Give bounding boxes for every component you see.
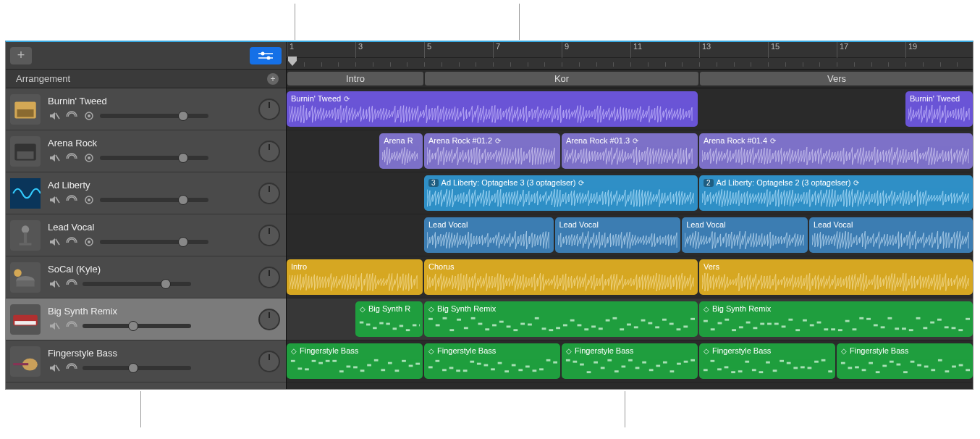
volume-slider[interactable] xyxy=(83,366,191,370)
region[interactable]: Lead Vocal xyxy=(682,217,808,253)
sliders-icon xyxy=(257,51,274,61)
solo-button[interactable] xyxy=(65,319,78,333)
track-controls xyxy=(48,361,258,375)
region-name: Fingerstyle Bass xyxy=(437,346,496,355)
mute-button[interactable] xyxy=(48,361,61,375)
svg-rect-159 xyxy=(566,359,570,361)
pan-knob[interactable] xyxy=(258,99,280,120)
track-header[interactable]: Ad Liberty xyxy=(6,172,286,214)
solo-button[interactable] xyxy=(65,151,78,164)
waveform xyxy=(290,104,695,124)
svg-rect-205 xyxy=(897,364,901,366)
input-monitor-button[interactable] xyxy=(83,193,96,206)
volume-slider[interactable] xyxy=(100,156,208,160)
region[interactable]: Intro xyxy=(287,259,423,295)
volume-slider[interactable] xyxy=(100,198,208,202)
region[interactable]: Arena Rock #01.2⟳ xyxy=(424,133,560,169)
region-name: Arena Rock #01.3 xyxy=(566,136,630,145)
region[interactable]: ◇Big Synth R xyxy=(355,301,423,337)
track-header[interactable]: Lead Vocal xyxy=(6,214,286,256)
region[interactable]: ◇Fingerstyle Bass xyxy=(699,343,835,379)
track-header[interactable]: SoCal (Kyle) xyxy=(6,256,286,298)
track-header[interactable]: Arena Rock xyxy=(6,130,286,172)
pan-knob[interactable] xyxy=(258,141,280,162)
region[interactable]: Burnin' Tweed⟳ xyxy=(287,91,698,127)
track-lane[interactable]: IntroChorusVers xyxy=(287,256,973,298)
arrangement-marker[interactable]: Kor xyxy=(425,72,698,85)
arrangement-marker[interactable]: Intro xyxy=(287,72,423,85)
region[interactable]: ◇Fingerstyle Bass xyxy=(287,343,423,379)
region[interactable]: Lead Vocal xyxy=(424,217,554,253)
solo-button[interactable] xyxy=(65,235,78,248)
arrangement-marker[interactable]: Vers xyxy=(700,72,973,85)
mute-button[interactable] xyxy=(48,151,61,164)
ruler-bar-number: 15 xyxy=(768,42,780,58)
playhead[interactable] xyxy=(287,55,298,67)
pan-knob[interactable] xyxy=(258,309,280,330)
solo-button[interactable] xyxy=(65,277,78,290)
region[interactable]: ◇Fingerstyle Bass xyxy=(424,343,560,379)
region[interactable]: Chorus xyxy=(424,259,698,295)
svg-rect-50 xyxy=(464,327,468,329)
ruler[interactable]: 135791113151719 xyxy=(287,42,973,70)
svg-rect-148 xyxy=(484,364,489,367)
mute-button[interactable] xyxy=(48,319,61,333)
volume-slider[interactable] xyxy=(100,114,208,118)
region[interactable]: Lead Vocal xyxy=(809,217,973,253)
track-header[interactable]: Burnin' Tweed xyxy=(6,88,286,130)
region[interactable]: Arena Rock #01.3⟳ xyxy=(562,133,698,169)
region[interactable]: 2Ad Liberty: Optagelse 2 (3 optagelser)⟳ xyxy=(699,175,973,211)
master-effects-button[interactable] xyxy=(250,47,282,64)
volume-slider[interactable] xyxy=(83,324,191,328)
track-lane[interactable]: Lead VocalLead VocalLead VocalLead Vocal xyxy=(287,214,973,256)
region[interactable]: Arena Rock #01.4⟳ xyxy=(699,133,973,169)
amp2-icon xyxy=(10,136,41,167)
region-label: Arena R xyxy=(384,135,418,146)
ruler-beat-tick xyxy=(544,62,545,67)
add-arrangement-marker-button[interactable]: + xyxy=(267,73,279,85)
input-monitor-button[interactable] xyxy=(83,109,96,122)
input-monitor-button[interactable] xyxy=(83,235,96,248)
mute-button[interactable] xyxy=(48,109,61,122)
svg-rect-191 xyxy=(793,367,798,369)
region[interactable]: Arena R xyxy=(379,133,423,169)
pan-knob[interactable] xyxy=(258,351,280,372)
region[interactable]: ◇Big Synth Remix xyxy=(424,301,698,337)
track-lane[interactable]: ◇Fingerstyle Bass◇Fingerstyle Bass◇Finge… xyxy=(287,340,973,382)
svg-rect-84 xyxy=(711,328,715,330)
track-lane[interactable]: 3Ad Liberty: Optagelse 3 (3 optagelser)⟳… xyxy=(287,172,973,214)
track-header[interactable]: Big Synth Remix xyxy=(6,298,286,340)
waveform xyxy=(565,146,695,166)
svg-rect-66 xyxy=(578,325,582,327)
pan-knob[interactable] xyxy=(258,225,280,246)
mute-button[interactable] xyxy=(48,235,61,248)
mute-button[interactable] xyxy=(48,193,61,206)
svg-rect-95 xyxy=(788,319,793,321)
pan-knob[interactable] xyxy=(258,183,280,204)
region[interactable]: 3Ad Liberty: Optagelse 3 (3 optagelser)⟳ xyxy=(424,175,698,211)
solo-button[interactable] xyxy=(65,361,78,375)
svg-line-12 xyxy=(56,155,59,161)
region[interactable]: Burnin' Tweed xyxy=(905,91,973,127)
add-track-button[interactable]: + xyxy=(10,47,32,64)
region[interactable]: Lead Vocal xyxy=(555,217,681,253)
region[interactable]: ◇Fingerstyle Bass xyxy=(837,343,973,379)
volume-slider[interactable] xyxy=(83,282,191,286)
input-monitor-button[interactable] xyxy=(83,151,96,164)
track-lane[interactable]: Arena RArena Rock #01.2⟳Arena Rock #01.3… xyxy=(287,130,973,172)
track-lane[interactable]: Burnin' Tweed⟳Burnin' Tweed xyxy=(287,88,973,130)
solo-button[interactable] xyxy=(65,109,78,122)
track-header[interactable]: Fingerstyle Bass xyxy=(6,340,286,382)
region[interactable]: ◇Big Synth Remix xyxy=(699,301,973,337)
mute-button[interactable] xyxy=(48,277,61,290)
region[interactable]: Vers xyxy=(699,259,973,295)
track-lane[interactable]: ◇Big Synth R◇Big Synth Remix◇Big Synth R… xyxy=(287,298,973,340)
region[interactable]: ◇Fingerstyle Bass xyxy=(562,343,698,379)
pan-knob[interactable] xyxy=(258,267,280,288)
volume-slider[interactable] xyxy=(100,240,208,244)
svg-rect-193 xyxy=(808,367,812,369)
svg-rect-198 xyxy=(848,367,852,369)
svg-rect-20 xyxy=(24,232,27,243)
solo-button[interactable] xyxy=(65,193,78,206)
svg-rect-152 xyxy=(512,364,516,367)
